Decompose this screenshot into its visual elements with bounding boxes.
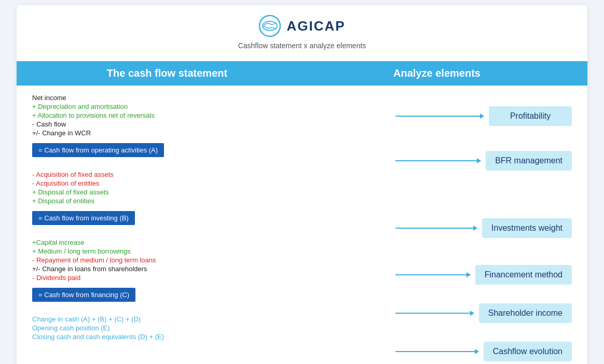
line-shareholder-loans: +/- Change in loans from shareholders (32, 265, 390, 273)
group-operating: Net income + Depreciation and amortisati… (32, 86, 390, 162)
line-disposal-entities: + Disposal of entities (32, 197, 390, 205)
line-borrowings: + Medium / long term borrowings (32, 247, 390, 255)
shareholder-box: Shareholder income (479, 303, 572, 323)
operating-analyze: Profitability BFR management (395, 93, 572, 171)
line-disposal-fixed: + Disposal of fixed assets (32, 188, 390, 196)
line-dividends: - Dividends paid (32, 274, 390, 282)
line-acq-fixed: - Acquisition of fixed assets (32, 171, 390, 178)
investments-box: Investments weight (482, 218, 572, 238)
section-header-right: Analyze elements (302, 67, 572, 79)
logo-text: AGICAP (286, 18, 345, 34)
line-change-cash: Change in cash (A) + (B) + (C) + (D) (32, 315, 390, 323)
total-operating: = Cash flow from operating activities (A… (32, 143, 164, 157)
line-capital: +Capital increase (32, 239, 390, 246)
line-depreciation: + Depreciation and amortisation (32, 103, 390, 110)
bfr-row: BFR management (395, 151, 572, 171)
cashflow-evolution-row: Cashflow evolution (395, 342, 572, 361)
shareholder-row: Shareholder income (395, 303, 572, 323)
group-cashflow: Change in cash (A) + (B) + (C) + (D) Ope… (32, 307, 390, 347)
profitability-box: Profitability (489, 106, 572, 126)
svg-point-1 (263, 21, 277, 31)
subtitle: Cashflow statement x analyze elements (27, 41, 577, 50)
line-repayment: - Repayment of medium / long term loans (32, 256, 390, 264)
line-cash-flow: - Cash flow (32, 120, 390, 128)
section-header-left: The cash flow statement (32, 67, 302, 79)
logo-area: AGICAP (27, 15, 577, 37)
line-allocation: + Allocation to provisions net of revers… (32, 111, 390, 119)
section-header: The cash flow statement Analyze elements (17, 61, 587, 86)
total-investing: = Cash flow from investing (B) (32, 211, 135, 225)
left-column: Net income + Depreciation and amortisati… (32, 86, 395, 361)
financement-box: Financement method (475, 265, 572, 285)
logo-icon (258, 15, 281, 37)
line-opening-cash: Opening cash position (E) (32, 324, 390, 332)
cashflow-evolution-box: Cashflow evolution (484, 342, 572, 361)
financing-analyze: Financement method Shareholder income (395, 238, 572, 323)
profitability-row: Profitability (395, 106, 572, 126)
bfr-box: BFR management (486, 151, 572, 171)
right-column: Profitability BFR management (395, 86, 572, 361)
line-wcr: +/- Change in WCR (32, 129, 390, 137)
group-financing: +Capital increase + Medium / long term b… (32, 230, 390, 307)
total-financing: = Cash flow from financing (C) (32, 288, 135, 302)
investments-row: Investments weight (395, 218, 572, 238)
header: AGICAP Cashflow statement x analyze elem… (17, 5, 587, 56)
group-investing: - Acquisition of fixed assets - Acquisit… (32, 162, 390, 230)
line-closing-cash: Closing cash and cash equivalents (D) + … (32, 333, 390, 341)
financement-row: Financement method (395, 265, 572, 285)
investing-analyze: Investments weight (395, 171, 572, 238)
line-acq-entities: - Acquisition of entities (32, 179, 390, 187)
cashflow-analyze: Cashflow evolution (395, 323, 572, 361)
main-card: AGICAP Cashflow statement x analyze elem… (17, 5, 587, 364)
line-net-income: Net income (32, 94, 390, 102)
